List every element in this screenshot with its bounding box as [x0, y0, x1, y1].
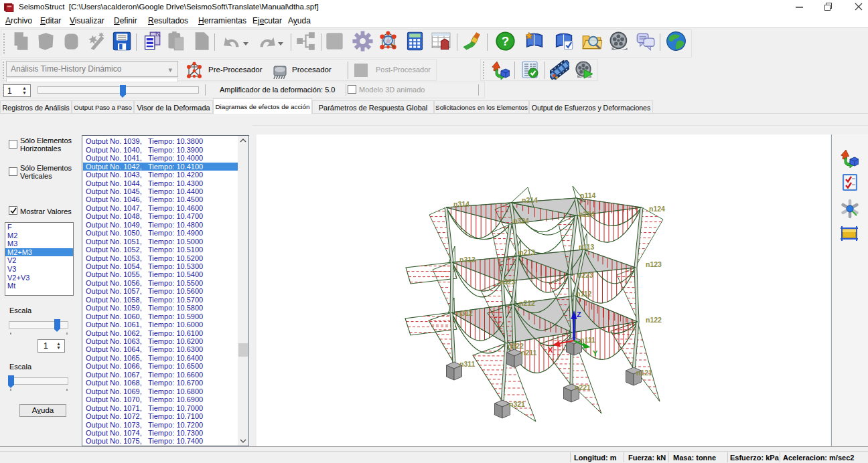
- svg-text:n114: n114: [580, 191, 596, 199]
- svg-text:n314: n314: [453, 200, 469, 208]
- svg-text:n223: n223: [577, 271, 593, 279]
- svg-text:n121: n121: [636, 369, 652, 377]
- svg-text:n211: n211: [521, 349, 537, 357]
- svg-text:n324: n324: [513, 217, 529, 225]
- svg-text:n323: n323: [500, 278, 516, 286]
- svg-text:n321: n321: [509, 400, 525, 408]
- svg-text:n313: n313: [459, 256, 476, 264]
- svg-text:n112: n112: [576, 290, 592, 298]
- svg-text:n214: n214: [522, 196, 538, 204]
- svg-text:n111: n111: [580, 336, 595, 344]
- svg-text:?: ?: [502, 34, 510, 48]
- svg-text:n312: n312: [457, 309, 473, 317]
- svg-text:X: X: [548, 346, 553, 354]
- svg-text:n311: n311: [459, 360, 476, 368]
- svg-text:Y: Y: [593, 349, 598, 357]
- svg-text:n123: n123: [646, 260, 662, 268]
- svg-text:Z: Z: [577, 310, 581, 318]
- svg-text:n113: n113: [579, 243, 595, 251]
- svg-text:n221: n221: [575, 383, 591, 391]
- svg-text:n224: n224: [579, 210, 595, 218]
- svg-text:n124: n124: [649, 205, 665, 213]
- svg-text:n212: n212: [519, 299, 535, 307]
- svg-text:n213: n213: [519, 248, 535, 256]
- svg-text:n122: n122: [646, 316, 662, 324]
